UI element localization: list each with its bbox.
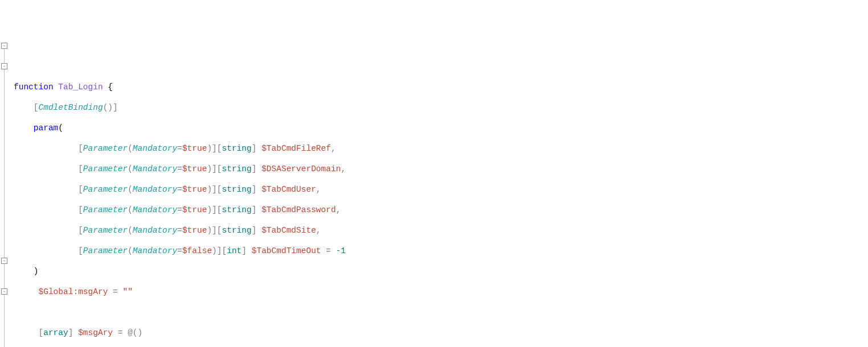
fold-button[interactable]: -: [1, 43, 7, 49]
code-line: [Parameter(Mandatory=$true)][string] $Ta…: [14, 205, 868, 215]
brace: {: [103, 82, 113, 92]
type: string: [222, 164, 252, 174]
variable: $Global:msgAry: [39, 287, 108, 296]
type: string: [222, 226, 252, 235]
code-line: [Parameter(Mandatory=$true)][string] $Ta…: [14, 143, 868, 154]
attribute: Parameter: [83, 185, 128, 194]
code-body: function Tab_Login { [CmdletBinding()] p…: [14, 72, 868, 347]
code-line: [Parameter(Mandatory=$true)][string] $DS…: [14, 164, 868, 174]
code-editor: - - - - function Tab_Login { [CmdletBind…: [0, 41, 868, 347]
code-line: $Global:msgAry = "": [14, 287, 868, 297]
attribute: Parameter: [83, 226, 128, 235]
variable: $TabCmdTimeOut: [252, 246, 321, 255]
type: string: [222, 144, 252, 153]
type: array: [43, 328, 68, 337]
code-line: [14, 307, 868, 317]
bool: $true: [182, 226, 207, 235]
fold-gutter: - - - -: [0, 41, 13, 113]
code-line: [Parameter(Mandatory=$false)][int] $TabC…: [14, 246, 868, 256]
fold-button[interactable]: -: [1, 63, 7, 69]
attribute-arg: Mandatory: [133, 185, 177, 194]
attribute: Parameter: [83, 205, 128, 214]
variable: $TabCmdPassword: [261, 205, 336, 214]
attribute-arg: Mandatory: [133, 164, 177, 174]
bool: $true: [182, 185, 207, 194]
operator: =: [326, 246, 331, 255]
operator: =: [113, 287, 118, 296]
type: string: [222, 185, 252, 194]
attribute: CmdletBinding: [39, 103, 103, 112]
number: -1: [336, 246, 346, 255]
variable: $TabCmdUser: [261, 185, 316, 194]
code-line: [Parameter(Mandatory=$true)][string] $Ta…: [14, 225, 868, 236]
string: "": [122, 287, 132, 296]
code-line: function Tab_Login {: [14, 82, 868, 92]
bool: $true: [182, 144, 207, 153]
attribute-arg: Mandatory: [133, 226, 177, 235]
code-line: param(: [14, 123, 868, 133]
attribute: Parameter: [83, 144, 128, 153]
code-line: [array] $msgAry = @(): [14, 328, 868, 338]
variable: $DSAServerDomain: [261, 164, 341, 174]
type: string: [222, 205, 252, 214]
variable: $msgAry: [78, 328, 113, 337]
variable: $TabCmdSite: [261, 226, 316, 235]
code-line: [CmdletBinding()]: [14, 102, 868, 113]
bool: $true: [182, 164, 207, 174]
attribute: Parameter: [83, 246, 128, 255]
attribute-arg: Mandatory: [133, 246, 177, 255]
function-name: Tab_Login: [58, 82, 103, 92]
type: int: [227, 246, 241, 255]
code-line: ): [14, 266, 868, 276]
operator: @(): [128, 328, 142, 337]
attribute-arg: Mandatory: [133, 144, 177, 153]
operator: =: [118, 328, 123, 337]
keyword: param: [34, 123, 59, 133]
code-line: [Parameter(Mandatory=$true)][string] $Ta…: [14, 184, 868, 195]
variable: $TabCmdFileRef: [261, 144, 331, 153]
attribute-arg: Mandatory: [133, 205, 177, 214]
bool: $false: [182, 246, 212, 255]
bool: $true: [182, 205, 207, 214]
fold-button[interactable]: -: [1, 288, 7, 295]
attribute: Parameter: [83, 164, 128, 174]
fold-button[interactable]: -: [1, 258, 7, 264]
